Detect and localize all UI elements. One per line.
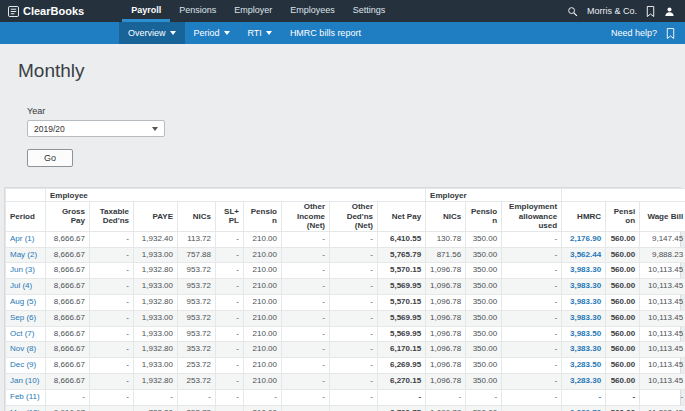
table-cell: - <box>134 389 178 405</box>
table-cell: - <box>90 389 134 405</box>
table-cell: - <box>216 326 244 342</box>
table-cell: 5,569.95 <box>378 326 426 342</box>
table-cell: 1,096.78 <box>426 263 466 279</box>
column-header: Other Ded'ns (Net) <box>330 202 378 232</box>
table-cell: - <box>562 389 606 405</box>
company-selector[interactable]: Morris & Co. <box>587 6 637 16</box>
payroll-table: EmployeeEmployerPeriodGross PayTaxable D… <box>5 188 685 411</box>
table-cell: 5,570.15 <box>378 263 426 279</box>
table-cell[interactable]: Nov (8) <box>6 342 46 358</box>
subnav-item-rti[interactable]: RTI <box>239 22 281 44</box>
subnav-item-period[interactable]: Period <box>185 22 239 44</box>
table-cell: 3,283.30 <box>562 373 606 389</box>
table-cell: - <box>502 231 562 247</box>
table-cell: 9,888.23 <box>640 247 685 263</box>
nav-item-payroll[interactable]: Payroll <box>122 0 170 22</box>
table-cell: 2,082.70 <box>562 405 606 411</box>
table-cell[interactable]: Apr (1) <box>6 231 46 247</box>
period-link[interactable]: Nov (8) <box>10 344 36 353</box>
table-cell: 350.00 <box>466 405 502 411</box>
table-cell: 560.00 <box>606 294 640 310</box>
table-cell[interactable]: Jun (3) <box>6 263 46 279</box>
table-cell: - <box>282 358 330 374</box>
table-cell: 8,666.67 <box>46 231 90 247</box>
brand-name: ClearBooks <box>23 5 84 17</box>
table-cell: 11,363.45 <box>640 405 685 411</box>
table-cell: 253.72 <box>178 405 216 411</box>
chevron-down-icon <box>170 31 176 35</box>
table-cell: - <box>502 263 562 279</box>
period-link[interactable]: Jun (3) <box>10 265 35 274</box>
nav-item-employer[interactable]: Employer <box>225 0 281 22</box>
subnav-item-overview[interactable]: Overview <box>119 22 185 44</box>
period-link[interactable]: Aug (5) <box>10 297 36 306</box>
table-cell: 8,666.67 <box>46 247 90 263</box>
period-link[interactable]: Oct (7) <box>10 329 34 338</box>
table-cell: - <box>216 231 244 247</box>
go-button[interactable]: Go <box>27 149 73 167</box>
table-cell: - <box>330 263 378 279</box>
table-row: Oct (7)8,666.67-1,933.00953.72-210.00--5… <box>6 326 685 342</box>
table-cell[interactable]: Sep (6) <box>6 310 46 326</box>
table-cell[interactable]: Feb (11) <box>6 389 46 405</box>
table-cell: - <box>502 310 562 326</box>
need-help-link[interactable]: Need help? <box>611 28 657 38</box>
nav-item-employees[interactable]: Employees <box>281 0 344 22</box>
table-cell[interactable]: May (2) <box>6 247 46 263</box>
table-row: Feb (11)--------------- <box>6 389 685 405</box>
table-cell[interactable]: Mar (12) <box>6 405 46 411</box>
clearbooks-logo[interactable]: ClearBooks <box>0 0 92 22</box>
subnav-item-hmrc-bills-report[interactable]: HMRC bills report <box>281 22 370 44</box>
table-row: Jun (3)8,666.67-1,932.80953.72-210.00--5… <box>6 263 685 279</box>
nav-item-settings[interactable]: Settings <box>344 0 395 22</box>
bookmark-icon[interactable] <box>666 28 675 39</box>
period-link[interactable]: Sep (6) <box>10 313 36 322</box>
table-cell: 210.00 <box>244 373 282 389</box>
table-row: May (2)8,666.67-1,933.00757.88-210.00--5… <box>6 247 685 263</box>
table-cell[interactable]: Jul (4) <box>6 279 46 295</box>
table-cell: 350.00 <box>466 294 502 310</box>
column-header: Pension <box>466 202 502 232</box>
nav-item-pensions[interactable]: Pensions <box>170 0 225 22</box>
period-link[interactable]: Dec (9) <box>10 360 36 369</box>
table-cell: 1,096.78 <box>426 310 466 326</box>
table-cell: - <box>90 326 134 342</box>
table-cell: - <box>378 389 426 405</box>
search-icon[interactable] <box>567 6 578 17</box>
table-cell: - <box>606 389 640 405</box>
user-icon[interactable] <box>664 6 675 17</box>
table-cell: - <box>90 263 134 279</box>
year-select[interactable]: 2019/20 <box>27 120 165 137</box>
table-cell: 6,269.95 <box>378 358 426 374</box>
period-link[interactable]: Mar (12) <box>10 408 40 411</box>
table-cell: 210.00 <box>244 405 282 411</box>
table-cell: - <box>216 405 244 411</box>
period-link[interactable]: Jan (10) <box>10 376 39 385</box>
period-link[interactable]: Apr (1) <box>10 234 34 243</box>
subnav-hmrc-bills-label: HMRC bills report <box>290 28 361 38</box>
bookmark-icon[interactable] <box>646 6 655 17</box>
table-row: Dec (9)8,666.67-1,933.00253.72-210.00--6… <box>6 358 685 374</box>
period-link[interactable]: Feb (11) <box>10 392 40 401</box>
period-link[interactable]: May (2) <box>10 250 37 259</box>
table-cell[interactable]: Jan (10) <box>6 373 46 389</box>
table-cell[interactable]: Oct (7) <box>6 326 46 342</box>
table-cell: - <box>90 310 134 326</box>
table-cell: 1,932.40 <box>134 231 178 247</box>
column-header: NICs <box>426 202 466 232</box>
table-cell: - <box>90 342 134 358</box>
table-cell: - <box>216 373 244 389</box>
table-cell: 953.72 <box>178 279 216 295</box>
table-cell: 3,983.30 <box>562 310 606 326</box>
period-link[interactable]: Jul (4) <box>10 281 32 290</box>
table-cell[interactable]: Dec (9) <box>6 358 46 374</box>
table-cell: - <box>46 389 90 405</box>
table-cell: 1,096.78 <box>426 342 466 358</box>
table-cell[interactable]: Aug (5) <box>6 294 46 310</box>
table-cell: 8,666.67 <box>46 342 90 358</box>
top-navigation-bar: ClearBooks Payroll Pensions Employer Emp… <box>0 0 685 22</box>
table-cell: 350.00 <box>466 279 502 295</box>
table-cell: - <box>282 310 330 326</box>
table-row: Nov (8)8,666.67-1,932.80353.72-210.00--6… <box>6 342 685 358</box>
table-cell: 1,933.00 <box>134 310 178 326</box>
